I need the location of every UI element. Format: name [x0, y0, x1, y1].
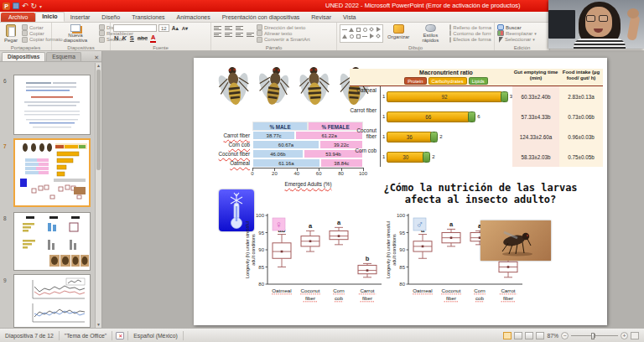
font-size-combo[interactable]: 12	[158, 24, 169, 32]
group-label-drawing[interactable]: Dibujo	[337, 45, 494, 50]
justify-icon[interactable]	[247, 33, 254, 37]
current-slide[interactable]: % MALE % FEMALE Carrot fiber38.77c61.22a…	[194, 58, 607, 325]
zoom-out-button[interactable]: −	[561, 332, 569, 339]
ribbon-tab-diseño[interactable]: Diseño	[96, 13, 126, 22]
tab-diapositivas[interactable]: Diapositivas	[2, 52, 45, 61]
gut-emptying-value: 60.33±2.40b	[512, 86, 559, 106]
italic-button[interactable]: K	[121, 34, 127, 42]
underline-button[interactable]: S	[129, 34, 135, 42]
sidebar-scrollbar[interactable]: ▲ ▼	[95, 63, 101, 328]
select-button[interactable]: Seleccionar ▾	[497, 37, 537, 43]
group-label-slides[interactable]: Diapositivas	[52, 45, 110, 50]
slide-thumbnail-9[interactable]	[13, 274, 91, 328]
new-slide-button[interactable]: Nueva diapositiva	[55, 24, 96, 43]
align-center-icon[interactable]	[225, 33, 232, 37]
shape-outline-button[interactable]: Contorno de forma	[449, 30, 491, 36]
zoom-in-button[interactable]: +	[621, 332, 628, 339]
ribbon-tab-presentación-con-diapositivas[interactable]: Presentación con diapositivas	[216, 13, 306, 22]
fly-specimen-icon	[296, 63, 333, 110]
x-axis: 020406080100	[252, 168, 364, 178]
font-name-combo[interactable]	[113, 24, 157, 32]
save-icon[interactable]	[13, 3, 19, 9]
group-label-font[interactable]: Fuente	[111, 45, 210, 50]
quick-styles-button[interactable]: Estilos rápidos	[413, 24, 447, 43]
align-text-button[interactable]: Alinear texto	[257, 30, 310, 36]
theme-name[interactable]: "Tema de Office"	[60, 331, 112, 340]
align-right-icon[interactable]	[236, 33, 243, 37]
presenter-glasses	[599, 15, 608, 22]
macronutrient-title: Macronutrient ratio	[419, 70, 473, 75]
scrollbar-thumb[interactable]	[96, 70, 101, 170]
reading-view-button[interactable]	[525, 332, 533, 339]
question-line-1: ¿Cómo la nutrición de las larvas	[356, 183, 605, 194]
protein-ratio: 1	[382, 134, 385, 139]
title-bar: P ↶ ↻ ▾ UNED 2022 - Microsoft PowerPoint…	[0, 0, 644, 12]
svg-text:Oatmeal: Oatmeal	[272, 288, 291, 293]
stacked-bar: 60.67a39.22c	[252, 140, 363, 149]
svg-text:Corn: Corn	[333, 288, 345, 293]
paste-button[interactable]: Pegar	[3, 24, 19, 43]
ribbon-tab-animaciones[interactable]: Animaciones	[171, 13, 216, 22]
bullets-icon[interactable]	[214, 26, 221, 30]
zoom-slider-handle[interactable]	[591, 333, 595, 339]
numbering-icon[interactable]	[225, 26, 232, 30]
font-color-button[interactable]: A	[150, 34, 156, 43]
ribbon-tab-archivo[interactable]: Archivo	[1, 13, 35, 22]
strikethrough-button[interactable]: abc	[137, 34, 148, 42]
slide-counter[interactable]: Diapositiva 7 de 12	[0, 331, 60, 340]
slide-thumbnail-8[interactable]	[13, 212, 91, 271]
indent-icon[interactable]	[236, 26, 243, 30]
zoom-percentage[interactable]: 87%	[547, 333, 558, 339]
thumbnail-graphic	[15, 140, 89, 205]
slide-thumbnail-7[interactable]	[13, 138, 91, 207]
bold-button[interactable]: N	[113, 34, 119, 42]
scroll-down-icon[interactable]: ▼	[96, 323, 101, 327]
shrink-font-icon[interactable]: A▾	[181, 25, 189, 31]
undo-icon[interactable]: ↶	[22, 3, 29, 9]
carbohydrate-bar: 30	[387, 152, 424, 163]
arrange-button[interactable]: Organizar	[386, 24, 411, 43]
svg-text:Coconut: Coconut	[441, 288, 460, 293]
quick-access-toolbar: P ↶ ↻ ▾	[0, 3, 42, 10]
qat-dropdown-icon[interactable]: ▾	[39, 3, 42, 9]
group-label-clipboard[interactable]: Portapapeles	[0, 45, 51, 50]
spellcheck-icon[interactable]	[116, 332, 124, 339]
svg-text:80: 80	[258, 282, 264, 287]
scroll-up-icon[interactable]: ▲	[96, 64, 101, 68]
normal-view-button[interactable]	[503, 332, 512, 339]
find-button[interactable]: Buscar	[497, 24, 537, 30]
group-label-paragraph[interactable]: Párrafo	[211, 45, 336, 50]
slide-number: 8	[3, 215, 7, 221]
svg-text:fiber: fiber	[362, 295, 372, 301]
ribbon-tab-insertar[interactable]: Insertar	[65, 13, 96, 22]
fit-to-window-button[interactable]	[631, 332, 639, 339]
ribbon-tab-transiciones[interactable]: Transiciones	[126, 13, 170, 22]
svg-text:adult conditions: adult conditions	[392, 234, 397, 266]
shape-fill-button[interactable]: Relleno de forma	[449, 24, 491, 30]
ribbon-tab-inicio[interactable]: Inicio	[35, 12, 64, 22]
redo-icon[interactable]: ↻	[31, 3, 38, 9]
slide-sorter-view-button[interactable]	[514, 332, 522, 339]
ribbon-tab-revisar[interactable]: Revisar	[305, 13, 337, 22]
diet-category-label: Oatmeal	[204, 158, 252, 168]
close-panel-icon[interactable]: ✕	[94, 54, 99, 61]
language-indicator[interactable]: Español (México)	[127, 331, 184, 340]
smartart-button[interactable]: Convertir a SmartArt	[257, 37, 310, 43]
align-left-icon[interactable]	[214, 33, 221, 37]
ribbon-tab-vista[interactable]: Vista	[337, 13, 361, 22]
grow-font-icon[interactable]: A▴	[171, 25, 179, 32]
slide-thumbnail-6[interactable]	[13, 75, 91, 135]
paste-label: Pegar	[4, 38, 18, 43]
replace-button[interactable]: Reemplazar ▾	[497, 30, 537, 36]
tab-esquema[interactable]: Esquema	[46, 52, 80, 61]
text-direction-button[interactable]: Dirección del texto	[257, 24, 310, 30]
zoom-slider[interactable]	[571, 335, 618, 336]
shapes-gallery[interactable]	[340, 24, 383, 43]
shape-outline-icon	[449, 30, 451, 36]
lipid-ratio: 2	[439, 134, 442, 139]
slideshow-view-button[interactable]	[536, 332, 544, 339]
group-label-editing[interactable]: Edición	[495, 45, 549, 50]
lipid-bar-tip	[501, 91, 508, 102]
macronutrient-legend: Protein Carbohydrates Lipids	[404, 77, 488, 85]
shape-effects-button[interactable]: Efectos de formas	[449, 37, 491, 43]
